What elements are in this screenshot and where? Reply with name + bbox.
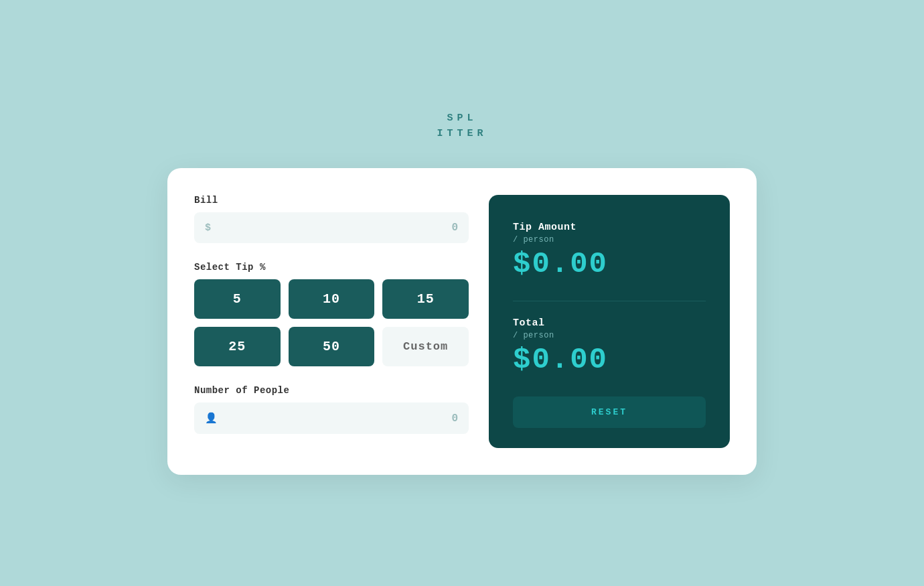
tip-button-25[interactable]: 25 <box>194 327 281 366</box>
bill-value: 0 <box>451 222 458 234</box>
divider <box>513 301 706 301</box>
total-per-person: / person <box>513 331 706 340</box>
results-area: Tip Amount / person $0.00 Total / person… <box>513 222 706 396</box>
total-value: $0.00 <box>513 343 706 376</box>
app-title: SPL ITTER <box>437 111 487 141</box>
tip-section: Select Tip % 5 10 15 25 50 Custom <box>194 262 469 366</box>
people-label: Number of People <box>194 385 469 396</box>
bill-section: Bill $ 0 <box>194 195 469 243</box>
person-icon: 👤 <box>205 412 218 425</box>
tip-button-custom[interactable]: Custom <box>382 327 469 366</box>
total-label: Total <box>513 317 706 329</box>
reset-button[interactable]: RESET <box>513 396 706 428</box>
people-value: 0 <box>451 413 458 425</box>
people-input-wrapper[interactable]: 👤 0 <box>194 402 469 434</box>
tip-amount-value: $0.00 <box>513 247 706 281</box>
tip-amount-section: Tip Amount / person $0.00 <box>513 222 706 281</box>
total-section: Total / person $0.00 <box>513 317 706 376</box>
bill-label: Bill <box>194 195 469 206</box>
bill-input-wrapper[interactable]: $ 0 <box>194 212 469 243</box>
left-panel: Bill $ 0 Select Tip % 5 10 15 25 50 Cust… <box>194 195 469 448</box>
tip-amount-label: Tip Amount <box>513 222 706 233</box>
tip-per-person: / person <box>513 235 706 244</box>
people-section: Number of People 👤 0 <box>194 385 469 434</box>
tip-button-50[interactable]: 50 <box>289 327 375 366</box>
tip-button-15[interactable]: 15 <box>382 279 469 319</box>
dollar-icon: $ <box>205 222 211 234</box>
main-card: Bill $ 0 Select Tip % 5 10 15 25 50 Cust… <box>167 168 757 475</box>
tip-buttons-grid: 5 10 15 25 50 Custom <box>194 279 469 366</box>
tip-button-10[interactable]: 10 <box>289 279 375 319</box>
tip-button-5[interactable]: 5 <box>194 279 281 319</box>
tip-label: Select Tip % <box>194 262 469 273</box>
right-panel: Tip Amount / person $0.00 Total / person… <box>489 195 730 448</box>
